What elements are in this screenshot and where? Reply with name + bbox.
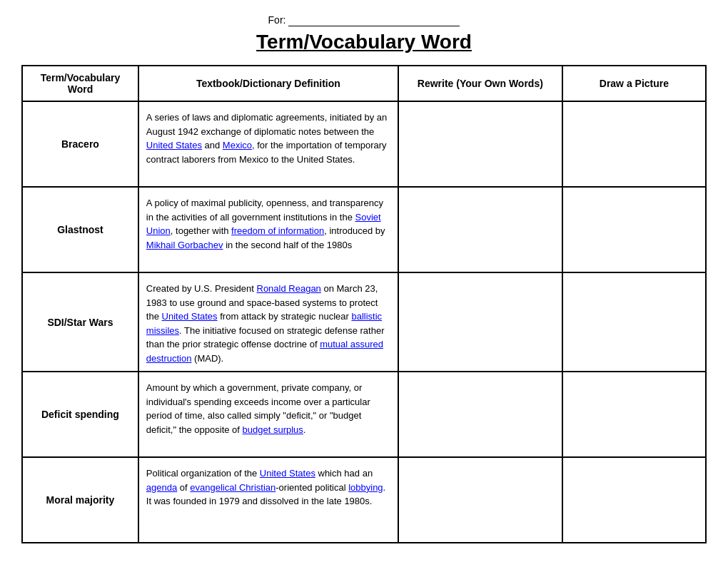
rewrite-cell: [398, 187, 562, 272]
definition-cell: A series of laws and diplomatic agreemen…: [138, 101, 398, 187]
table-header-row: Term/Vocabulary Word Textbook/Dictionary…: [22, 66, 706, 101]
definition-cell: Amount by which a government, private co…: [138, 372, 398, 457]
col-header-rewrite: Rewrite (Your Own Words): [398, 66, 562, 101]
definition-cell: Created by U.S. President Ronald Reagan …: [138, 272, 398, 372]
header-section: For: Term/Vocabulary Word: [21, 14, 707, 53]
for-underline: [288, 14, 460, 26]
definition-link[interactable]: lobbying: [348, 482, 383, 493]
definition-link[interactable]: agenda: [146, 482, 177, 493]
picture-cell: [562, 187, 706, 272]
col-header-term: Term/Vocabulary Word: [22, 66, 138, 101]
picture-cell: [562, 372, 706, 457]
for-label: For:: [268, 14, 286, 26]
term-cell: Bracero: [22, 101, 138, 187]
rewrite-cell: [398, 101, 562, 187]
rewrite-cell: [398, 272, 562, 372]
rewrite-cell: [398, 372, 562, 457]
definition-link[interactable]: United States: [146, 140, 202, 150]
col-header-picture: Draw a Picture: [562, 66, 706, 101]
term-cell: SDI/Star Wars: [22, 272, 138, 372]
definition-link[interactable]: Mexico: [223, 140, 252, 150]
picture-cell: [562, 457, 706, 543]
definition-link[interactable]: freedom of information: [231, 225, 324, 236]
table-row: Moral majorityPolitical organization of …: [22, 457, 706, 543]
col-header-definition: Textbook/Dictionary Definition: [138, 66, 398, 101]
definition-cell: A policy of maximal publicity, openness,…: [138, 187, 398, 272]
term-cell: Glastnost: [22, 187, 138, 272]
definition-cell: Political organization of the United Sta…: [138, 457, 398, 543]
definition-link[interactable]: Mikhail Gorbachev: [146, 240, 223, 250]
table-row: Deficit spendingAmount by which a govern…: [22, 372, 706, 457]
rewrite-cell: [398, 457, 562, 543]
definition-link[interactable]: Ronald Reagan: [257, 283, 321, 294]
term-cell: Moral majority: [22, 457, 138, 543]
term-cell: Deficit spending: [22, 372, 138, 457]
picture-cell: [562, 272, 706, 372]
table-row: GlastnostA policy of maximal publicity, …: [22, 187, 706, 272]
table-row: SDI/Star WarsCreated by U.S. President R…: [22, 272, 706, 372]
picture-cell: [562, 101, 706, 187]
for-line: For:: [21, 14, 707, 26]
definition-link[interactable]: United States: [260, 468, 315, 479]
page-title: Term/Vocabulary Word: [21, 31, 707, 53]
definition-link[interactable]: evangelical Christian: [190, 482, 275, 493]
definition-link[interactable]: budget surplus: [243, 424, 303, 435]
vocabulary-matrix-table: Term/Vocabulary Word Textbook/Dictionary…: [21, 65, 707, 543]
definition-link[interactable]: mutual assured destruction: [146, 339, 383, 364]
table-row: BraceroA series of laws and diplomatic a…: [22, 101, 706, 187]
definition-link[interactable]: United States: [162, 311, 218, 322]
